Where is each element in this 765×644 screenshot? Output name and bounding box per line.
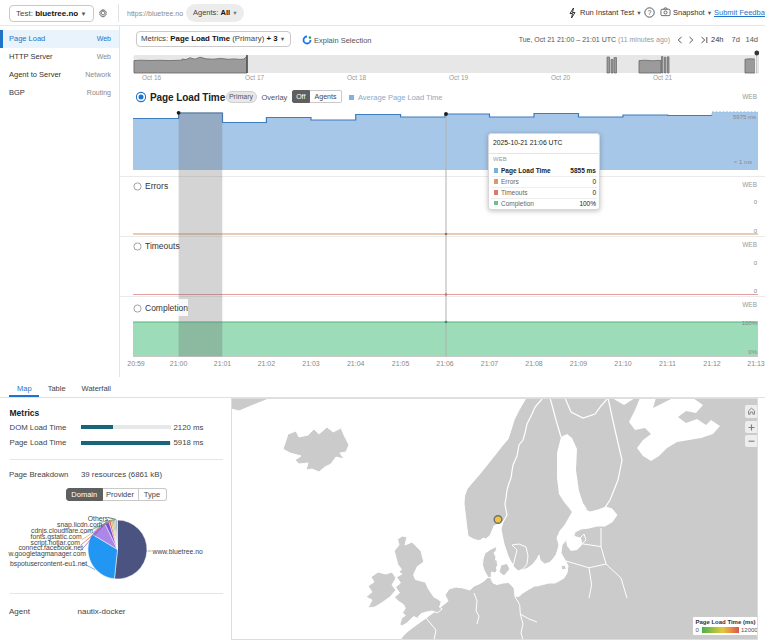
svg-text:?: ? — [648, 8, 652, 15]
